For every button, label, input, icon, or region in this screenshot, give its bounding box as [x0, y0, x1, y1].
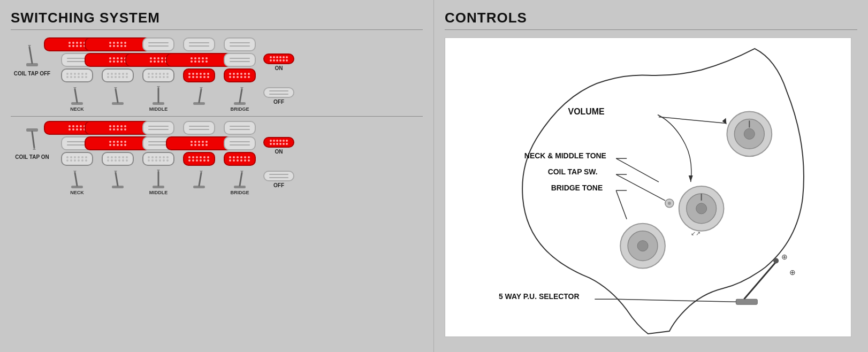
mid-divider: [11, 116, 423, 117]
switch-off-pos3-icon: [151, 86, 166, 105]
controls-svg: ↙↗ ⊕ ⊕: [445, 38, 851, 336]
main-container: SWITCHING SYSTEM COIL TAP OFF: [0, 0, 868, 352]
switch-off-pos5: BRIDGE: [222, 86, 258, 112]
pu-off-p5-neck: [222, 37, 258, 51]
svg-marker-5: [73, 87, 77, 89]
legend-on-off: ON: [263, 53, 294, 71]
switching-section: SWITCHING SYSTEM COIL TAP OFF: [0, 0, 433, 352]
svg-marker-32: [200, 171, 203, 173]
on-label: ON: [275, 65, 283, 71]
pu-on-p3-bridge: [140, 152, 177, 166]
svg-line-7: [116, 89, 118, 102]
switch-on-pos5-icon: [232, 170, 247, 189]
pu-off-p3-bridge: [140, 68, 177, 82]
switch-off-pos4: [181, 86, 217, 112]
switch-off-pos2-icon: [110, 86, 125, 105]
switch-off-pos5-icon: [232, 86, 247, 105]
controls-section: CONTROLS ↙↗: [433, 0, 868, 352]
svg-line-13: [199, 89, 201, 102]
legend-on-section: ON OFF: [263, 121, 294, 188]
pu-on-p4-mid: [181, 136, 217, 150]
svg-marker-23: [73, 171, 77, 173]
svg-marker-11: [157, 86, 160, 88]
pu-off-p1-bridge: [59, 68, 95, 82]
switch-on-pos5: BRIDGE: [222, 170, 258, 195]
coil-tap-off-icon: [22, 43, 42, 68]
pu-off-p4-mid: [181, 53, 217, 67]
svg-marker-2: [28, 45, 31, 47]
svg-marker-14: [200, 87, 203, 89]
svg-text:⊕: ⊕: [781, 252, 788, 261]
pu-on-p1-bridge: [59, 152, 95, 166]
coil-tap-off-diagram: NECK: [59, 37, 258, 112]
svg-text:BRIDGE TONE: BRIDGE TONE: [551, 183, 603, 192]
svg-marker-26: [114, 171, 117, 173]
on-label2: ON: [275, 149, 283, 155]
svg-marker-29: [157, 170, 160, 172]
legend-off-section: ON OFF: [263, 37, 294, 105]
svg-line-25: [116, 173, 118, 186]
pu-on-p2-neck-hb: [100, 121, 136, 135]
switch-off-pos3: MIDDLE: [140, 86, 177, 112]
switch-on-pos1-icon: [70, 170, 85, 189]
svg-point-47: [637, 241, 648, 251]
controls-title: CONTROLS: [445, 10, 857, 26]
controls-diagram: ↙↗ ⊕ ⊕: [445, 37, 851, 337]
coil-tap-off-label: COIL TAP OFF: [14, 71, 50, 77]
switch-middle-label: MIDDLE: [149, 106, 168, 112]
svg-marker-20: [33, 148, 36, 150]
svg-marker-17: [240, 87, 243, 89]
switch-off-pos1: NECK: [59, 86, 95, 112]
svg-line-22: [75, 173, 77, 186]
svg-text:⊕: ⊕: [789, 268, 796, 277]
pu-on-p4-bridge-active: [181, 152, 217, 166]
svg-text:VOLUME: VOLUME: [568, 107, 605, 116]
legend-on2: ON: [263, 137, 294, 155]
svg-line-19: [32, 132, 34, 148]
pu-off-p5-bridge-active: [222, 68, 258, 82]
switching-title: SWITCHING SYSTEM: [11, 10, 423, 26]
pu-on-p5-mid: [222, 136, 258, 150]
svg-text:↙↗: ↙↗: [691, 230, 701, 236]
pu-on-p3-neck: [140, 121, 177, 135]
pu-off-p4-neck: [181, 37, 217, 51]
coil-tap-on-label: COIL TAP ON: [15, 154, 49, 160]
svg-point-38: [744, 128, 755, 139]
switch-on-pos3-icon: [151, 170, 166, 189]
pu-on-p4-neck: [181, 121, 217, 135]
pu-on-p2-mid: [100, 136, 136, 150]
svg-text:COIL TAP SW.: COIL TAP SW.: [548, 167, 598, 176]
svg-point-51: [773, 258, 779, 264]
pu-off-p4-bridge-active: [181, 68, 217, 82]
switch-off-pos4-icon: [192, 86, 207, 105]
switching-divider: [11, 29, 423, 30]
svg-marker-8: [114, 87, 117, 89]
svg-line-31: [199, 173, 201, 186]
svg-text:NECK & MIDDLE TONE: NECK & MIDDLE TONE: [524, 151, 606, 160]
coil-tap-on-icon: [22, 126, 42, 152]
pu-off-p2-bridge: [100, 68, 136, 82]
svg-text:5 WAY P.U. SELECTOR: 5 WAY P.U. SELECTOR: [499, 292, 580, 301]
pu-on-p5-neck: [222, 121, 258, 135]
pu-off-p3-neck: [140, 37, 177, 51]
pu-on-p2-bridge: [100, 152, 136, 166]
switch-off-pos2: [100, 86, 136, 112]
svg-line-16: [240, 89, 242, 102]
switch-on-bridge-label: BRIDGE: [230, 190, 249, 195]
switch-on-neck-label: NECK: [70, 190, 84, 195]
svg-point-49: [668, 202, 671, 205]
switch-on-pos1: NECK: [59, 170, 95, 195]
switch-on-pos4-icon: [192, 170, 207, 189]
legend-off2: OFF: [263, 171, 294, 188]
switch-on-middle-label: MIDDLE: [149, 190, 168, 195]
switch-bridge-label: BRIDGE: [230, 106, 249, 112]
switch-off-pos1-icon: [70, 86, 85, 105]
off-label2: OFF: [273, 182, 284, 188]
legend-off: OFF: [263, 87, 294, 105]
pu-on-p5-bridge-active: [222, 152, 258, 166]
pu-off-p2-neck-hb: [100, 37, 136, 51]
svg-marker-35: [240, 171, 243, 173]
switch-on-pos3: MIDDLE: [140, 170, 177, 195]
svg-rect-52: [736, 299, 757, 304]
controls-divider: [445, 29, 857, 30]
